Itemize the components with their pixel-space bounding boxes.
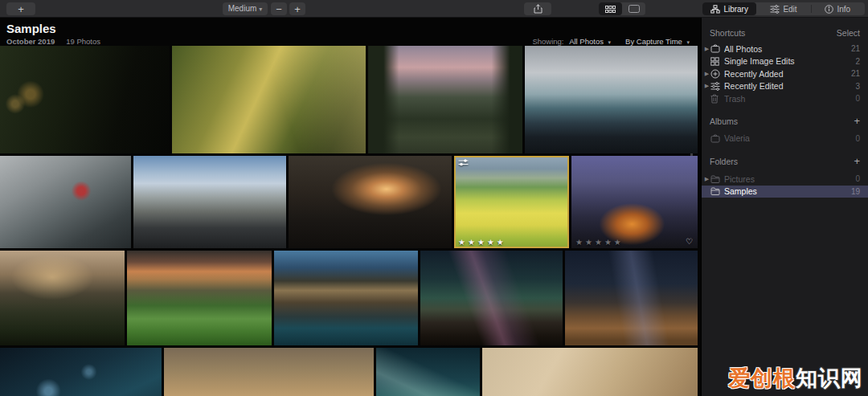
shortcut-item-recently-added[interactable]: ▶Recently Added21	[702, 67, 868, 80]
add-photos-button[interactable]: +	[6, 2, 35, 15]
photos-box-icon	[710, 44, 724, 53]
disclosure-triangle-icon[interactable]: ▶	[703, 176, 710, 182]
tab-info[interactable]: Info	[811, 2, 865, 15]
shortcut-item-all-photos[interactable]: ▶All Photos21	[702, 43, 868, 55]
grid-view-button[interactable]	[599, 2, 622, 15]
app-window: + Medium ▾ − +	[0, 0, 868, 396]
chevron-down-icon: ▾	[608, 39, 612, 45]
photo-thumbnail-dolomites-village[interactable]	[127, 251, 272, 345]
watermark-part1: 爱创根	[728, 366, 796, 390]
item-label: Single Image Edits	[724, 56, 855, 66]
zoom-out-button[interactable]: −	[271, 2, 287, 15]
item-label: Valeria	[724, 133, 855, 143]
shortcuts-header: Shortcuts Select	[702, 27, 868, 39]
folders-list: ▶Pictures0Samples19	[702, 173, 868, 198]
item-label: Recently Added	[724, 69, 851, 79]
folder-item-pictures[interactable]: ▶Pictures0	[702, 173, 868, 186]
share-button[interactable]	[524, 2, 551, 15]
select-button[interactable]: Select	[837, 28, 860, 38]
panel-tabs: LibraryEditInfo	[702, 2, 865, 15]
library-icon	[710, 5, 720, 14]
shortcuts-title: Shortcuts	[710, 28, 745, 38]
collection-date: October 2019	[6, 37, 55, 46]
collection-subtitle: October 201919 Photos	[6, 37, 100, 46]
item-label: Trash	[724, 94, 855, 104]
disclosure-triangle-icon[interactable]: ▶	[703, 71, 710, 77]
albums-title: Albums	[710, 116, 738, 126]
showing-label: Showing:	[532, 37, 563, 46]
watermark: 爱创根知识网	[728, 364, 863, 393]
album-icon	[710, 134, 724, 143]
folder-icon	[710, 187, 724, 195]
photo-thumbnail-sand-dunes[interactable]	[482, 348, 698, 396]
item-label: All Photos	[724, 44, 851, 54]
item-count: 21	[851, 44, 860, 53]
photo-thumbnail-portrait-woman[interactable]	[0, 46, 170, 153]
tab-label: Edit	[783, 5, 796, 14]
favorite-heart-icon[interactable]: ♡	[686, 237, 693, 246]
photo-thumbnail-valley-sunset[interactable]	[289, 156, 452, 248]
tab-label: Info	[837, 5, 850, 14]
tab-label: Library	[723, 5, 748, 14]
star-rating-empty[interactable]: ★★★★★	[575, 238, 624, 247]
showing-filter-dropdown[interactable]: Showing: All Photos ▾	[532, 37, 611, 46]
item-count: 0	[855, 174, 860, 183]
thumbnail-size-label: Medium	[228, 5, 257, 13]
filter-bar: Showing: All Photos ▾ By Capture Time ▾	[532, 37, 690, 46]
chevron-down-icon: ▾	[686, 39, 690, 45]
folder-item-samples[interactable]: Samples19	[702, 186, 868, 198]
photo-grid: ★★★★★★★★★★♡	[0, 46, 698, 396]
photo-thumbnail-hiker-red-jacket[interactable]	[0, 156, 131, 248]
photo-thumbnail-canyon-cliff-person[interactable]	[164, 348, 374, 396]
star-rating[interactable]: ★★★★★	[458, 238, 506, 247]
disclosure-triangle-icon[interactable]: ▶	[703, 83, 710, 89]
photo-thumbnail-milky-way-plane[interactable]	[420, 251, 563, 345]
item-count: 3	[855, 82, 860, 91]
item-label: Pictures	[724, 174, 855, 184]
add-album-button[interactable]: +	[854, 117, 860, 125]
single-view-button[interactable]	[622, 2, 645, 15]
edited-badge-icon	[458, 159, 469, 166]
photo-thumbnail-desert-house-night[interactable]	[565, 251, 698, 345]
shortcut-item-trash[interactable]: Trash0	[702, 92, 868, 105]
sliders-icon	[710, 82, 724, 91]
zoom-in-button[interactable]: +	[289, 2, 305, 15]
disclosure-triangle-icon[interactable]: ▶	[703, 46, 710, 52]
photo-thumbnail-yellow-fields[interactable]: ★★★★★	[454, 156, 569, 248]
photo-thumbnail-motorcyclist-road[interactable]	[525, 46, 698, 153]
shortcut-item-single-image-edits[interactable]: Single Image Edits2	[702, 55, 868, 68]
tab-library[interactable]: Library	[702, 2, 756, 15]
collection-count: 19 Photos	[66, 37, 100, 46]
item-label: Recently Edited	[724, 81, 855, 91]
edit-icon	[770, 5, 780, 14]
album-item-valeria[interactable]: Valeria0	[702, 133, 868, 145]
item-count: 21	[851, 69, 860, 78]
shortcut-item-recently-edited[interactable]: ▶Recently Edited3	[702, 80, 868, 93]
folders-header: Folders +	[702, 156, 868, 167]
watermark-part2: 知识网	[796, 366, 863, 390]
trash-icon	[710, 94, 724, 104]
photo-thumbnail-woman-garden-chair[interactable]	[368, 46, 522, 153]
photo-thumbnail-rock-towers-dawn[interactable]	[0, 251, 125, 345]
page-title: Samples	[6, 22, 56, 35]
add-folder-button[interactable]: +	[854, 157, 860, 165]
top-toolbar: + Medium ▾ − +	[0, 0, 868, 18]
photo-thumbnail-blue-night-sky[interactable]	[0, 348, 162, 396]
grid-icon	[710, 57, 724, 66]
photo-thumbnail-milky-way-teal[interactable]	[376, 348, 480, 396]
tab-edit[interactable]: Edit	[756, 2, 810, 15]
chevron-down-icon: ▾	[259, 6, 262, 13]
folders-title: Folders	[710, 157, 738, 166]
item-count: 0	[855, 134, 860, 143]
sort-dropdown[interactable]: By Capture Time ▾	[625, 37, 690, 46]
item-count: 2	[855, 57, 860, 66]
photo-thumbnail-forest-sunrays[interactable]	[172, 46, 366, 153]
library-header: Samples October 201919 Photos Showing: A…	[0, 18, 698, 46]
photo-thumbnail-purple-sky-cave[interactable]: ★★★★★♡	[571, 156, 698, 248]
thumbnail-size-dropdown[interactable]: Medium ▾	[223, 2, 268, 15]
photo-thumbnail-sea-cliff-lake[interactable]	[274, 251, 418, 345]
single-view-icon	[628, 5, 640, 13]
share-icon	[534, 4, 542, 14]
photo-thumbnail-man-sunglasses-rocks[interactable]	[133, 156, 286, 248]
info-icon	[825, 5, 833, 14]
